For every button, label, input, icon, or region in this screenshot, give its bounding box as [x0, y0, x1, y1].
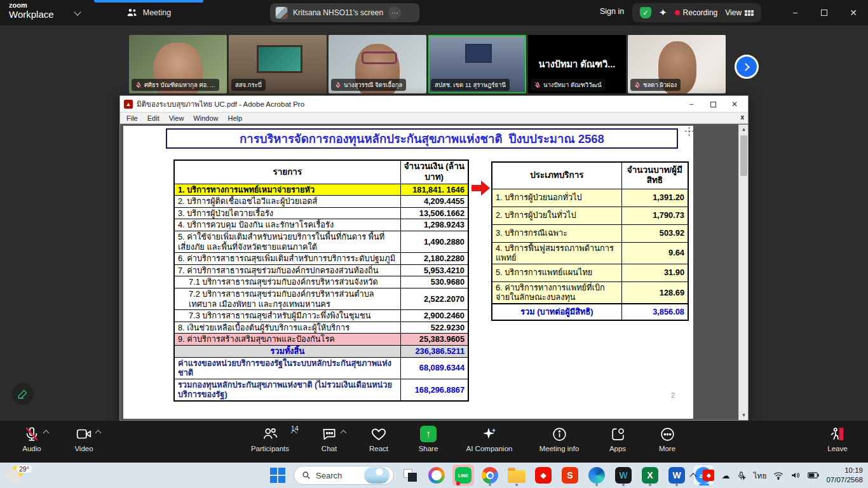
apps-button[interactable]: Apps — [600, 421, 635, 452]
table-row: 6. ค่าบริการทางการแพทย์ที่เบิกจ่ายในลักษ… — [492, 281, 688, 304]
react-button[interactable]: React — [361, 421, 397, 452]
row-value: 9.64 — [621, 242, 688, 264]
onedrive-cloud-icon[interactable]: ☁ — [721, 471, 729, 480]
restore-button[interactable] — [810, 0, 839, 25]
weather-widget[interactable]: 29° — [6, 465, 32, 482]
filmstrip-next-button[interactable] — [735, 55, 759, 79]
annotate-button[interactable] — [12, 383, 34, 405]
speaker-icon[interactable] — [790, 471, 801, 480]
copilot-icon — [428, 467, 445, 484]
scroll-up-icon[interactable]: ▲ — [739, 125, 749, 134]
row-value: 1,490.2880 — [400, 231, 468, 252]
row-label: 7. ค่าบริการสาธารณสุขร่วมกับองค์กรปกครอง… — [174, 264, 400, 276]
acrobat-maximize-button[interactable] — [702, 96, 724, 112]
participant-video-tile[interactable]: ชลดา ผิวผ่อง — [628, 35, 726, 93]
table-row: รวมทั้งสิ้น 236,386.5211 — [174, 346, 468, 358]
battery-icon[interactable] — [808, 471, 819, 479]
taskbar-clock[interactable]: 10:19 07/07/2568 — [826, 466, 863, 485]
view-label: View — [725, 8, 742, 17]
language-indicator[interactable]: ไทย — [753, 470, 766, 482]
audio-button[interactable]: Audio — [14, 421, 50, 452]
ai-sparkle-icon[interactable]: ✦ — [659, 7, 667, 18]
webex-button[interactable]: W — [613, 464, 634, 486]
word-button[interactable]: W — [666, 464, 688, 486]
meeting-info-button[interactable]: Meeting info — [532, 421, 586, 452]
chevron-up-icon[interactable] — [95, 430, 102, 437]
rate-table-total-row: รวม (บาทต่อผู้มีสิทธิ)3,856.08 — [492, 304, 688, 320]
security-shield-icon[interactable]: ✓ — [640, 7, 651, 18]
leave-button[interactable]: Leave — [820, 421, 855, 452]
participant-name-label: สสจ.กระบี่ — [235, 80, 262, 90]
menu-item[interactable]: Edit — [147, 114, 159, 122]
task-view-button[interactable] — [399, 464, 421, 486]
participant-video-tile[interactable]: สปสช. เขต 11 สุราษฎร์ธานี — [428, 35, 526, 93]
system-tray: ◆ ☁ ไทย 10:19 07/07/2568 — [691, 463, 863, 488]
participant-video-tile[interactable]: นางสุวรรณี จิตรเอื้อกุล — [329, 35, 426, 93]
video-button[interactable]: Video — [66, 421, 102, 452]
chevron-down-icon[interactable] — [74, 8, 81, 15]
chrome-button[interactable] — [479, 464, 501, 486]
adobe-express-button[interactable]: ◆ — [532, 464, 554, 486]
participant-name-label: ชลดา ผิวผ่อง — [643, 80, 677, 90]
row-label: 6. ค่าบริการทางการแพทย์ที่เบิกจ่ายในลักษ… — [492, 281, 621, 304]
participant-video-tile[interactable]: สสจ.กระบี่ — [229, 35, 327, 93]
table-row: 7. ค่าบริการสาธารณสุขร่วมกับองค์กรปกครอง… — [174, 264, 468, 276]
start-button[interactable] — [267, 464, 288, 486]
word-icon: W — [668, 467, 685, 484]
snagit-button[interactable]: S — [559, 464, 581, 486]
row-value: 236,386.5211 — [400, 346, 468, 358]
close-button[interactable]: ✕ — [839, 0, 868, 25]
participant-video-tile[interactable]: นางปัทมา ตัณฑวิ... นางปัทมา ตัณฑวิวัฒน์ — [528, 35, 626, 93]
acrobat-close-button[interactable]: ✕ — [724, 96, 745, 112]
tab-meeting[interactable]: Meeting — [94, 0, 203, 25]
minimize-button[interactable]: − — [780, 0, 810, 25]
row-label: รวมกองทุนหลักประกันสุขภาพแห่งชาติ (ไม่รว… — [174, 379, 400, 401]
recording-indicator[interactable]: Recording — [675, 8, 718, 17]
edge-button[interactable] — [586, 464, 607, 486]
acrobat-titlebar[interactable]: ▲ มิติของระบบสุขภาพไทย UC.pdf - Adobe Ac… — [120, 96, 748, 112]
row-label: ค่าแรงของหน่วยบริการของรัฐในระบบหลักประก… — [174, 357, 400, 379]
taskbar-search[interactable]: Search — [294, 466, 394, 485]
sign-in-link[interactable]: Sign in — [600, 7, 624, 16]
file-explorer-button[interactable] — [506, 464, 527, 486]
tab-shared-screen[interactable]: Kritsana NHSO11's screen ⋯ — [270, 3, 419, 22]
table-row: 2. บริการผู้ป่วยในทั่วไป 1,790.73 — [492, 207, 688, 224]
share-button[interactable]: ↑ Share — [410, 421, 446, 452]
chevron-up-icon[interactable] — [43, 430, 50, 437]
apps-icon — [610, 426, 626, 442]
ai-companion-button[interactable]: AI Companion — [460, 421, 519, 452]
chevron-right-icon — [742, 63, 750, 71]
row-value: 2,900.2460 — [400, 310, 468, 322]
pencil-icon — [17, 388, 29, 400]
menu-item[interactable]: Window — [193, 114, 218, 122]
copilot-button[interactable] — [426, 464, 447, 486]
row-value: 1,298.9243 — [400, 219, 468, 231]
tray-adobe-icon[interactable]: ◆ — [703, 470, 714, 481]
chevron-up-icon[interactable] — [341, 430, 347, 437]
more-button[interactable]: More — [649, 421, 685, 452]
tab-options-ellipsis-icon[interactable]: ⋯ — [388, 6, 401, 19]
scrollbar-thumb[interactable] — [740, 135, 747, 176]
tray-expand-icon[interactable] — [690, 473, 697, 480]
tray-mic-icon[interactable] — [736, 471, 746, 480]
menu-item[interactable]: View — [169, 114, 184, 122]
search-highlight-image[interactable] — [364, 467, 390, 484]
vertical-scrollbar[interactable]: ▲ ▼ — [738, 125, 748, 420]
row-label: 4. บริการควบคุม ป้องกัน และรักษาโรคเรื้อ… — [174, 219, 400, 231]
menu-item[interactable]: Help — [227, 114, 242, 122]
line-app-button[interactable]: LINE — [452, 464, 474, 486]
participants-button[interactable]: 14 Participants — [243, 421, 297, 452]
row-value: 168,296.8867 — [400, 379, 468, 401]
toolbar-close-icon[interactable]: x — [740, 114, 744, 121]
scroll-down-icon[interactable]: ▼ — [739, 410, 749, 420]
participant-nametag: สปสช. เขต 11 สุราษฎร์ธานี — [431, 79, 510, 91]
menu-item[interactable]: File — [126, 114, 138, 122]
excel-button[interactable]: X — [639, 464, 661, 486]
participant-video-tile[interactable]: ศศิธร บัณฑิตมหากุล ศอ. ... — [129, 35, 227, 93]
wifi-icon[interactable] — [773, 471, 783, 480]
zoom-titlebar: zoom Workplace Meeting Kritsana NHSO11's… — [0, 0, 868, 25]
leave-door-icon — [829, 426, 846, 442]
acrobat-minimize-button[interactable]: − — [681, 96, 702, 112]
chat-button[interactable]: Chat — [311, 421, 347, 452]
view-button[interactable]: View — [725, 8, 754, 17]
